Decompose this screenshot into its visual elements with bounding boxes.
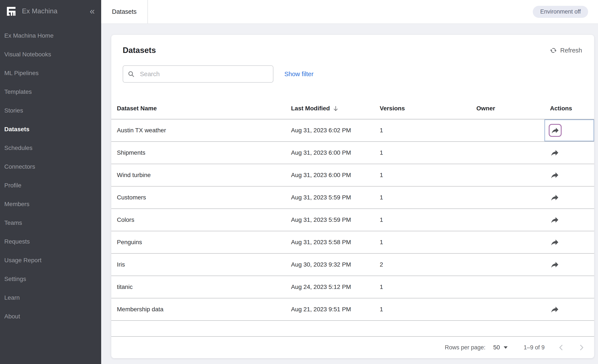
sidebar-item-requests[interactable]: Requests	[0, 232, 101, 251]
sidebar-nav: Ex Machina HomeVisual NotebooksML Pipeli…	[0, 26, 101, 326]
page-title: Datasets	[123, 46, 156, 55]
table-row[interactable]: Austin TX weatherAug 31, 2023 6:02 PM1	[111, 119, 594, 142]
table-body: Austin TX weatherAug 31, 2023 6:02 PM1Sh…	[111, 119, 594, 321]
sidebar-item-ex-machina-home[interactable]: Ex Machina Home	[0, 26, 101, 45]
dataset-name-cell: Membership data	[111, 306, 285, 313]
caret-down-icon	[504, 346, 507, 349]
column-header-actions: Actions	[544, 105, 594, 112]
actions-cell	[544, 276, 594, 298]
sidebar-item-templates[interactable]: Templates	[0, 82, 101, 101]
last-modified-cell: Aug 31, 2023 6:02 PM	[285, 127, 374, 134]
share-dataset-icon[interactable]	[550, 305, 559, 314]
sidebar-item-connectors[interactable]: Connectors	[0, 157, 101, 176]
collapse-sidebar-icon[interactable]: «	[90, 7, 95, 16]
column-header-owner[interactable]: Owner	[471, 105, 544, 112]
filter-row: Show filter	[111, 55, 594, 83]
app-title: Ex Machina	[22, 7, 58, 15]
dataset-name-cell: Penguins	[111, 239, 285, 246]
search-input[interactable]	[123, 65, 273, 83]
dataset-name-cell: Iris	[111, 261, 285, 268]
versions-cell: 1	[374, 216, 471, 223]
table-row[interactable]: CustomersAug 31, 2023 5:59 PM1	[111, 186, 594, 209]
column-header-last-modified[interactable]: Last Modified	[285, 105, 374, 112]
sidebar-item-schedules[interactable]: Schedules	[0, 138, 101, 157]
actions-cell	[544, 164, 594, 186]
datasets-table: Dataset Name Last Modified Versions	[111, 98, 594, 358]
dataset-name-cell: Wind turbine	[111, 172, 285, 178]
sidebar-item-visual-notebooks[interactable]: Visual Notebooks	[0, 45, 101, 64]
next-page-button[interactable]	[578, 344, 586, 352]
last-modified-cell: Aug 31, 2023 5:59 PM	[285, 194, 374, 201]
sort-desc-icon	[332, 105, 339, 112]
actions-cell	[544, 254, 594, 275]
dataset-name-cell: Colors	[111, 216, 285, 223]
rows-per-page-select[interactable]: 50	[493, 344, 507, 351]
sidebar-item-profile[interactable]: Profile	[0, 176, 101, 195]
sidebar-item-datasets[interactable]: Datasets	[0, 120, 101, 138]
table-header-row: Dataset Name Last Modified Versions	[111, 98, 594, 119]
sidebar-item-about[interactable]: About	[0, 307, 101, 326]
table-empty-row	[111, 321, 594, 337]
rows-per-page-label: Rows per page:	[445, 344, 485, 351]
environment-status-badge[interactable]: Environment off	[533, 6, 588, 18]
table-row[interactable]: IrisAug 30, 2023 9:32 PM2	[111, 254, 594, 276]
share-dataset-icon[interactable]	[550, 193, 559, 202]
last-modified-cell: Aug 31, 2023 6:00 PM	[285, 172, 374, 178]
refresh-label: Refresh	[560, 47, 582, 54]
dataset-name-cell: Austin TX weather	[111, 127, 285, 134]
dataset-name-cell: Shipments	[111, 149, 285, 156]
table-row[interactable]: ShipmentsAug 31, 2023 6:00 PM1	[111, 142, 594, 164]
sidebar: Ex Machina « Ex Machina HomeVisual Noteb…	[0, 0, 101, 364]
table-row[interactable]: Membership dataAug 21, 2023 9:51 PM1	[111, 298, 594, 321]
refresh-button[interactable]: Refresh	[550, 47, 582, 54]
pagination-bar: Rows per page: 50 1–9 of 9	[111, 337, 594, 358]
refresh-icon	[550, 47, 557, 54]
pagination-range: 1–9 of 9	[523, 344, 545, 351]
share-dataset-button[interactable]	[549, 124, 562, 137]
column-header-versions[interactable]: Versions	[374, 105, 471, 112]
chevron-left-icon	[557, 344, 565, 352]
versions-cell: 1	[374, 239, 471, 246]
actions-cell	[544, 186, 594, 209]
sidebar-item-stories[interactable]: Stories	[0, 101, 101, 120]
versions-cell: 1	[374, 283, 471, 291]
versions-cell: 1	[374, 127, 471, 134]
tab-label: Datasets	[112, 8, 136, 15]
sidebar-item-members[interactable]: Members	[0, 195, 101, 213]
datasets-panel: Datasets Refresh	[111, 35, 594, 358]
versions-cell: 1	[374, 149, 471, 156]
share-dataset-icon[interactable]	[550, 215, 559, 225]
actions-cell	[544, 298, 594, 320]
topbar: Datasets Environment off	[101, 0, 598, 24]
table-row[interactable]: Wind turbineAug 31, 2023 6:00 PM1	[111, 164, 594, 186]
show-filter-link[interactable]: Show filter	[284, 71, 313, 78]
share-dataset-icon[interactable]	[550, 170, 559, 180]
sidebar-item-ml-pipelines[interactable]: ML Pipelines	[0, 64, 101, 82]
sidebar-item-teams[interactable]: Teams	[0, 213, 101, 232]
table-row[interactable]: ColorsAug 31, 2023 5:59 PM1	[111, 209, 594, 231]
tab-datasets[interactable]: Datasets	[101, 0, 148, 24]
share-dataset-icon[interactable]	[550, 148, 559, 157]
main-area: Datasets Environment off Datasets Refres…	[101, 0, 598, 364]
previous-page-button[interactable]	[557, 344, 565, 352]
table-row[interactable]: PenguinsAug 31, 2023 5:58 PM1	[111, 231, 594, 254]
page-content: Datasets Refresh	[101, 24, 598, 364]
dataset-name-cell: Customers	[111, 194, 285, 201]
table-row[interactable]: titanicAug 24, 2023 5:12 PM1	[111, 276, 594, 298]
versions-cell: 2	[374, 261, 471, 268]
sidebar-item-settings[interactable]: Settings	[0, 270, 101, 288]
last-modified-cell: Aug 31, 2023 5:59 PM	[285, 216, 374, 223]
chevron-right-icon	[578, 344, 586, 352]
actions-cell	[544, 209, 594, 231]
ex-machina-logo-icon	[5, 5, 17, 17]
share-dataset-icon[interactable]	[550, 260, 559, 269]
versions-cell: 1	[374, 172, 471, 178]
share-dataset-icon[interactable]	[550, 237, 559, 247]
sidebar-item-usage-report[interactable]: Usage Report	[0, 251, 101, 270]
rows-per-page-value: 50	[493, 344, 500, 351]
last-modified-cell: Aug 24, 2023 5:12 PM	[285, 283, 374, 291]
last-modified-cell: Aug 30, 2023 9:32 PM	[285, 261, 374, 268]
sidebar-header: Ex Machina «	[0, 0, 101, 22]
column-header-dataset-name[interactable]: Dataset Name	[111, 105, 285, 112]
sidebar-item-learn[interactable]: Learn	[0, 288, 101, 307]
